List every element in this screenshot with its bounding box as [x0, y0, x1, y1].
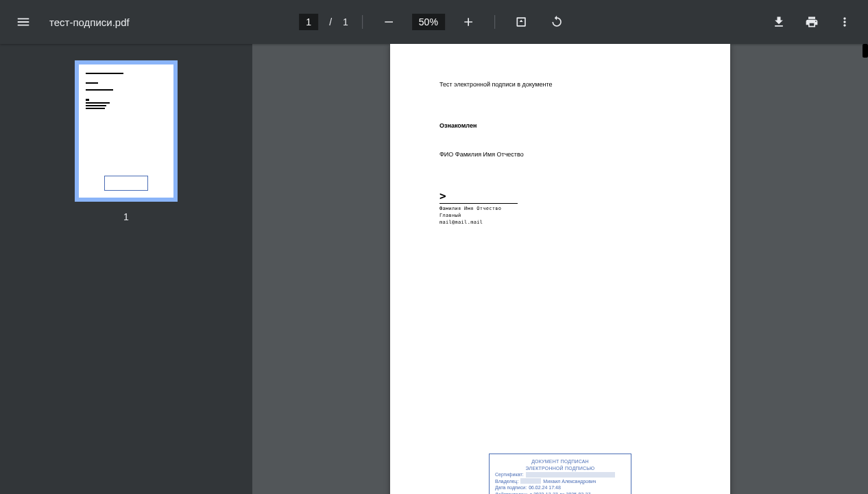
plus-icon [461, 15, 475, 29]
divider [362, 15, 363, 29]
doc-acknowledged: Ознакомлен [439, 122, 681, 129]
signature-stamp: ДОКУМЕНТ ПОДПИСАН ЭЛЕКТРОННОЙ ПОДПИСЬЮ С… [489, 454, 631, 494]
more-button[interactable] [832, 10, 857, 34]
rotate-icon [550, 15, 564, 29]
menu-button[interactable] [11, 10, 36, 34]
download-icon [772, 15, 786, 29]
signature-line [439, 203, 518, 204]
fit-page-icon [514, 15, 528, 29]
print-icon [805, 15, 819, 29]
zoom-in-button[interactable] [456, 10, 481, 34]
page-thumbnail[interactable] [75, 60, 178, 202]
signature-email: mail@mail.mail [439, 220, 681, 226]
stamp-owner-label: Владелец: [495, 478, 518, 484]
page-total: 1 [343, 16, 348, 27]
doc-fio-line: ФИО Фамилия Имя Отчество [439, 151, 681, 158]
fit-to-page-button[interactable] [509, 10, 533, 34]
stamp-cert-redacted [526, 472, 615, 478]
toolbar-right [767, 10, 857, 34]
toolbar-center: / 1 [299, 10, 569, 34]
stamp-owner-redacted [520, 478, 541, 484]
filename-label: тест-подписи.pdf [49, 16, 130, 28]
thumbnail-sidebar: 1 [0, 44, 252, 494]
zoom-level-input[interactable] [412, 14, 445, 30]
pdf-page: Тест электронной подписи в документе Озн… [390, 44, 730, 494]
page-separator: / [329, 16, 332, 27]
signature-role: Главный [439, 213, 681, 220]
stamp-signdate-value: 06.02.24 17:48 [529, 484, 561, 491]
doc-title: Тест электронной подписи в документе [439, 81, 681, 88]
toolbar-left: тест-подписи.pdf [11, 10, 130, 34]
more-vert-icon [838, 15, 852, 29]
stamp-valid-label: Действителен: [495, 491, 527, 494]
thumbnail-page-number: 1 [123, 211, 129, 222]
stamp-signdate-label: Дата подписи: [495, 484, 527, 491]
scrollbar-thumb[interactable] [863, 44, 868, 58]
download-button[interactable] [767, 10, 791, 34]
signature-name: Фамилия Имя Отчество [439, 206, 681, 213]
stamp-cert-label: Сертификат: [495, 471, 524, 478]
minus-icon [382, 15, 396, 29]
divider [494, 15, 495, 29]
rotate-button[interactable] [544, 10, 569, 34]
stamp-owner-value: Михаил Александрович [543, 478, 596, 484]
signature-caret: > [439, 191, 681, 202]
zoom-out-button[interactable] [376, 10, 401, 34]
pdf-toolbar: тест-подписи.pdf / 1 [0, 0, 868, 44]
stamp-title-1: ДОКУМЕНТ ПОДПИСАН [495, 458, 625, 464]
signature-block: > Фамилия Имя Отчество Главный mail@mail… [439, 191, 681, 226]
hamburger-icon [16, 14, 31, 30]
stamp-valid-value: с 2023-12-27 до 2025-03-27 [529, 491, 590, 494]
content-area: 1 Тест электронной подписи в документе О… [0, 44, 868, 494]
stamp-title-2: ЭЛЕКТРОННОЙ ПОДПИСЬЮ [495, 465, 625, 471]
page-number-input[interactable] [299, 14, 318, 30]
page-viewer[interactable]: Тест электронной подписи в документе Озн… [252, 44, 868, 494]
print-button[interactable] [799, 10, 824, 34]
